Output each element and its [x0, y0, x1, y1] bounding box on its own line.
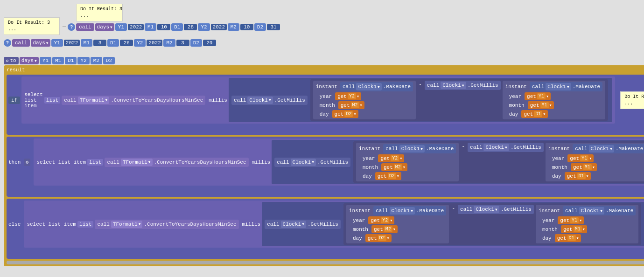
to-days-dropdown[interactable]: days ▼	[20, 57, 39, 64]
get-d2-then: get D2 ▼	[375, 172, 401, 180]
makedate-right-else: instant call Clock1▼ .MakeDate yea	[536, 205, 638, 243]
y2-label-2: Y2	[134, 39, 146, 47]
row1-block: — ? call days ▼ Y1 M1 D1 Y2 M2 D2	[63, 23, 280, 31]
minus-sign-else: -	[451, 205, 456, 212]
millis-label: millis	[209, 97, 227, 103]
tformat-dropdown[interactable]: TFormat1 ▼	[78, 97, 110, 104]
to-d2: D2	[103, 57, 115, 64]
then-settings[interactable]: ⚙	[24, 159, 30, 166]
minus-sign-if: -	[418, 81, 423, 88]
if-section: if select list item list call TFormat1 ▼…	[7, 75, 644, 135]
to-d1: D1	[65, 57, 77, 64]
clock1-dd-makedate-1[interactable]: Clock1▼	[356, 83, 381, 90]
tooltip-1-text: Do It Result: 3 ...	[80, 6, 119, 19]
workspace: Do It Result: 3 ... — ? call days ▼ Y1 M…	[0, 0, 644, 277]
get-y1-else: get Y1 ▼	[558, 216, 584, 224]
minus-sign-then: -	[461, 143, 466, 150]
clock1-dropdown-1[interactable]: Clock1▼	[247, 97, 273, 104]
clock1-dropdown-2[interactable]: Clock1▼	[441, 82, 466, 89]
help-icon-2[interactable]: ?	[4, 39, 11, 47]
d1-value-1[interactable]	[184, 24, 197, 30]
get-m2-then: get M2 ▼	[381, 163, 407, 171]
y1-value-2[interactable]	[64, 40, 80, 46]
get-d2-if: get D2 ▼	[332, 110, 358, 118]
call-clock1-else: call Clock1▼ .GetMillis	[265, 220, 341, 229]
call-clock1-getmillis-then2: call Clock1▼ .GetMillis	[468, 143, 544, 152]
m1-label-2: M1	[81, 39, 92, 47]
row2-block: ? call days ▼ Y1 M1 D1 Y2 M2 D2	[4, 39, 216, 47]
get-m1-then: get M1 ▼	[571, 163, 597, 171]
clock1-then-dd2[interactable]: Clock1▼	[483, 144, 509, 151]
d1-label-1: D1	[171, 23, 183, 31]
minus-container-else: instant call Clock1▼ .MakeDate yea	[343, 203, 641, 245]
if-clock-container: call Clock1▼ .GetMillis instant	[229, 78, 612, 122]
m1-value-1[interactable]	[157, 24, 170, 30]
get-y2-else: get Y2 ▼	[368, 216, 394, 224]
get-y2-then: get Y2 ▼	[378, 154, 404, 162]
m2-value-2[interactable]	[176, 40, 189, 46]
to-label: to	[10, 58, 16, 63]
tformat-call-block: call TFormat1 ▼ .ConvertToYearsDaysHours…	[62, 96, 205, 105]
then-clock-container: call Clock1▼ .GetMillis instant	[272, 140, 644, 184]
m2-value-1[interactable]	[240, 24, 253, 30]
call-label-2: call	[12, 39, 30, 47]
call-clock1-getmillis-1: call Clock1▼ .GetMillis	[231, 96, 308, 105]
days-dropdown-2[interactable]: days ▼	[31, 39, 50, 47]
convert-method: .ConvertToYearsDaysHoursMinSec	[111, 97, 203, 103]
clock1-makedate-else-2[interactable]: Clock1▼	[579, 207, 604, 215]
d2-value-2[interactable]	[203, 40, 216, 46]
clock1-makedate-else-1[interactable]: Clock1▼	[390, 207, 415, 215]
result-container: result if select list item list call TFo…	[4, 65, 644, 266]
y2-value-1[interactable]	[211, 24, 227, 30]
clock1-else-dd2[interactable]: Clock1▼	[474, 206, 499, 213]
select-list-label: select list item	[24, 92, 43, 109]
call-label-1: call	[76, 23, 94, 31]
then-index-row: index 2	[8, 187, 644, 195]
if-index-row: index 3	[8, 125, 644, 133]
y1-value-1[interactable]	[128, 24, 144, 30]
clock1-dd-makedate-2[interactable]: Clock1▼	[546, 83, 571, 90]
else-section: else select list item list call TFormat1…	[7, 199, 644, 259]
get-d1-else: get D1 ▼	[555, 234, 581, 242]
clock1-then-dd[interactable]: Clock1▼	[291, 159, 316, 166]
tooltip-2-text: Do It Result: 3 ...	[8, 20, 56, 33]
to-y1: Y1	[40, 57, 51, 64]
tooltip-if: Do It Result: [0, 2, 23, 0, 0] ...	[620, 91, 644, 109]
d2-value-1[interactable]	[267, 24, 280, 30]
settings-icon: ⚙	[6, 58, 8, 63]
to-y2: Y2	[77, 57, 89, 64]
minus-container-then: instant call Clock1▼ .MakeDate yea	[353, 141, 644, 183]
y1-label-1: Y1	[115, 23, 127, 31]
scrollbar[interactable]	[7, 261, 644, 264]
d2-label-2: D2	[190, 39, 202, 47]
to-m2: M2	[91, 57, 102, 64]
d1-value-2[interactable]	[120, 40, 133, 46]
if-label: if	[8, 97, 20, 104]
m1-label-1: M1	[145, 23, 156, 31]
y2-label-1: Y2	[198, 23, 210, 31]
call-clock1-getmillis-2: call Clock1▼ .GetMillis	[425, 81, 501, 90]
days-dropdown-1[interactable]: days ▼	[95, 23, 114, 31]
get-y1-then: get Y1 ▼	[567, 154, 594, 162]
clock1-makedate-then-2[interactable]: Clock1▼	[589, 145, 614, 152]
m1-value-2[interactable]	[93, 40, 106, 46]
get-d1-if: get D1 ▼	[521, 110, 547, 118]
d2-label-1: D2	[254, 23, 266, 31]
get-m2-else: get M2 ▼	[371, 225, 398, 233]
else-label: else	[8, 222, 21, 227]
m2-label-2: M2	[163, 39, 175, 47]
get-m1-if: get M1 ▼	[528, 101, 554, 109]
help-icon-1[interactable]: ?	[68, 23, 75, 31]
tformat-dropdown-then[interactable]: TFormat1▼	[121, 159, 153, 166]
get-d2-else: get D2 ▼	[365, 234, 392, 242]
if-select-block: select list item list call TFormat1 ▼ .C…	[21, 76, 615, 124]
makedate-left-else: instant call Clock1▼ .MakeDate yea	[346, 205, 449, 243]
clock1-makedate-then-1[interactable]: Clock1▼	[399, 145, 425, 152]
connector-arrow: —	[63, 24, 66, 30]
makedate-left-if: instant call Clock1▼ .MakeDate yea	[313, 81, 416, 119]
result-label: result	[7, 67, 644, 73]
y2-value-2[interactable]	[147, 40, 162, 46]
clock1-else-dd[interactable]: Clock1▼	[281, 221, 306, 228]
else-select-block: select list item list call TFormat1▼ .Co…	[24, 201, 644, 248]
tformat-dropdown-else[interactable]: TFormat1▼	[111, 221, 143, 228]
